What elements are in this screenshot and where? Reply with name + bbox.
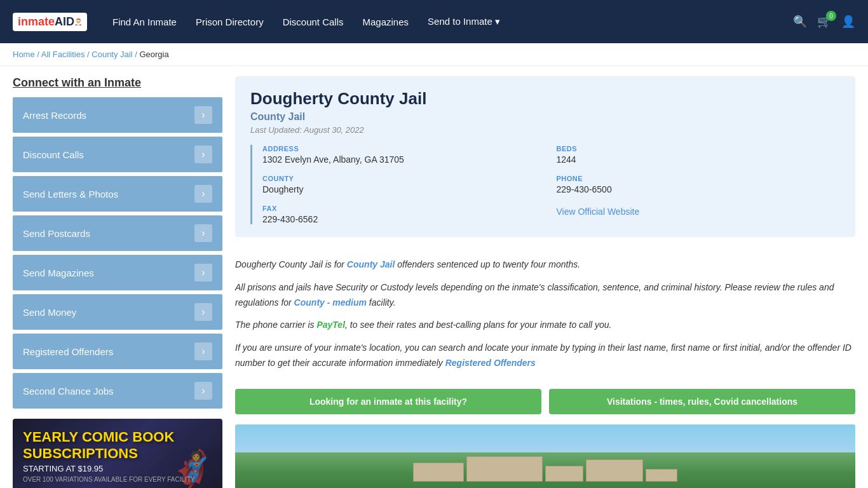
arrow-icon-arrest-records: ›: [194, 106, 212, 124]
sidebar-item-send-postcards[interactable]: Send Postcards ›: [13, 215, 222, 251]
sidebar-item-arrest-records[interactable]: Arrest Records ›: [13, 97, 222, 133]
sidebar-item-discount-calls[interactable]: Discount Calls ›: [13, 137, 222, 172]
beds-group: BEDS 1244: [557, 145, 841, 165]
nav-send-to-inmate[interactable]: Send to Inmate ▾: [428, 16, 500, 27]
facility-buildings: [413, 456, 677, 482]
search-icon[interactable]: 🔍: [793, 15, 807, 29]
sidebar-label-send-money: Send Money: [23, 307, 76, 318]
main-container: Connect with an Inmate Arrest Records › …: [0, 66, 868, 488]
arrow-icon-send-letters: ›: [194, 185, 212, 203]
breadcrumb: Home / All Facilities / County Jail / Ge…: [13, 50, 855, 59]
description-area: Dougherty County Jail is for County Jail…: [235, 247, 855, 389]
facility-card: Dougherty County Jail County Jail Last U…: [235, 76, 855, 237]
cart-icon[interactable]: 🛒 0: [817, 15, 831, 29]
logo-inmate: inmate: [18, 15, 55, 29]
county-label: COUNTY: [262, 175, 546, 182]
arrow-icon-registered-offenders: ›: [194, 342, 212, 360]
description-3: The phone carrier is PayTel, to see thei…: [235, 318, 855, 333]
sidebar-item-registered-offenders[interactable]: Registered Offenders ›: [13, 334, 222, 369]
sidebar-label-send-magazines: Send Magazines: [23, 268, 94, 278]
logo[interactable]: inmateAID🎅: [13, 13, 87, 31]
nav-links: Find An Inmate Prison Directory Discount…: [112, 16, 774, 27]
ad-title: YEARLY COMIC BOOKSUBSCRIPTIONS: [23, 429, 212, 463]
facility-type: County Jail: [250, 111, 840, 123]
details-grid: ADDRESS 1302 Evelyn Ave, Albany, GA 3170…: [262, 145, 840, 224]
building-4: [586, 459, 643, 482]
cart-badge: 0: [826, 11, 836, 21]
facility-details: ADDRESS 1302 Evelyn Ave, Albany, GA 3170…: [250, 145, 840, 224]
sidebar-label-discount-calls: Discount Calls: [23, 149, 84, 160]
content-area: Dougherty County Jail County Jail Last U…: [235, 76, 855, 488]
logo-decoration: 🎅: [74, 18, 82, 25]
navbar: inmateAID🎅 Find An Inmate Prison Directo…: [0, 0, 868, 43]
ad-banner[interactable]: YEARLY COMIC BOOKSUBSCRIPTIONS STARTING …: [13, 419, 222, 488]
sidebar-label-send-postcards: Send Postcards: [23, 228, 90, 239]
county-medium-link[interactable]: County - medium: [294, 297, 367, 308]
arrow-icon-send-magazines: ›: [194, 264, 212, 281]
breadcrumb-county-jail[interactable]: County Jail: [92, 50, 132, 59]
nav-magazines[interactable]: Magazines: [363, 17, 409, 27]
action-buttons: Looking for an inmate at this facility? …: [235, 389, 855, 414]
logo-aid: AID: [55, 15, 74, 29]
fax-group: FAX 229-430-6562: [262, 205, 546, 224]
breadcrumb-all-facilities[interactable]: All Facilities: [41, 50, 85, 59]
sky-bg: [235, 424, 855, 456]
breadcrumb-state: Georgia: [139, 50, 168, 59]
user-icon[interactable]: 👤: [841, 15, 855, 29]
building-2: [466, 456, 543, 482]
registered-offenders-link[interactable]: Registered Offenders: [445, 358, 536, 368]
facility-image: [235, 424, 855, 488]
description-4: If you are unsure of your inmate's locat…: [235, 341, 855, 371]
website-link[interactable]: View Official Website: [557, 207, 640, 217]
fax-value: 229-430-6562: [262, 214, 546, 224]
visitations-button[interactable]: Visitations - times, rules, Covid cancel…: [549, 389, 855, 414]
address-label: ADDRESS: [262, 145, 546, 152]
beds-label: BEDS: [557, 145, 841, 152]
phone-value: 229-430-6500: [557, 184, 841, 194]
breadcrumb-bar: Home / All Facilities / County Jail / Ge…: [0, 43, 868, 66]
county-value: Dougherty: [262, 184, 546, 194]
description-2: All prisons and jails have Security or C…: [235, 280, 855, 311]
sidebar-item-second-chance-jobs[interactable]: Second Chance Jobs ›: [13, 373, 222, 409]
nav-icons: 🔍 🛒 0 👤: [793, 15, 855, 29]
phone-group: PHONE 229-430-6500: [557, 175, 841, 194]
arrow-icon-second-chance-jobs: ›: [194, 382, 212, 400]
sidebar-label-registered-offenders: Registered Offenders: [23, 346, 113, 357]
phone-label: PHONE: [557, 175, 841, 182]
sidebar-label-second-chance-jobs: Second Chance Jobs: [23, 386, 114, 396]
ad-bottom: OVER 100 VARIATIONS AVAILABLE FOR EVERY …: [23, 476, 212, 483]
breadcrumb-home[interactable]: Home: [13, 50, 35, 59]
building-3: [545, 466, 583, 482]
paytel-link[interactable]: PayTel: [316, 320, 345, 330]
ad-price: STARTING AT $19.95: [23, 464, 212, 473]
county-jail-link[interactable]: County Jail: [347, 259, 395, 269]
fax-label: FAX: [262, 205, 546, 212]
nav-find-inmate[interactable]: Find An Inmate: [112, 17, 177, 27]
facility-name: Dougherty County Jail: [250, 89, 840, 109]
description-1: Dougherty County Jail is for County Jail…: [235, 257, 855, 273]
sidebar: Connect with an Inmate Arrest Records › …: [13, 76, 222, 488]
sidebar-item-send-letters-photos[interactable]: Send Letters & Photos ›: [13, 176, 222, 212]
address-value: 1302 Evelyn Ave, Albany, GA 31705: [262, 154, 546, 165]
arrow-icon-send-postcards: ›: [194, 224, 212, 242]
sidebar-item-send-magazines[interactable]: Send Magazines ›: [13, 255, 222, 290]
building-1: [413, 463, 464, 482]
arrow-icon-send-money: ›: [194, 303, 212, 321]
address-group: ADDRESS 1302 Evelyn Ave, Albany, GA 3170…: [262, 145, 546, 165]
arrow-icon-discount-calls: ›: [194, 146, 212, 163]
website-group: View Official Website: [557, 205, 841, 224]
connect-title: Connect with an Inmate: [13, 76, 222, 90]
nav-discount-calls[interactable]: Discount Calls: [283, 17, 344, 27]
sidebar-item-send-money[interactable]: Send Money ›: [13, 294, 222, 330]
facility-updated: Last Updated: August 30, 2022: [250, 125, 840, 135]
find-inmate-button[interactable]: Looking for an inmate at this facility?: [235, 389, 541, 414]
beds-value: 1244: [557, 154, 841, 165]
sidebar-label-send-letters-photos: Send Letters & Photos: [23, 189, 118, 200]
county-group: COUNTY Dougherty: [262, 175, 546, 194]
building-5: [646, 469, 677, 482]
nav-prison-directory[interactable]: Prison Directory: [196, 17, 264, 27]
sidebar-label-arrest-records: Arrest Records: [23, 110, 86, 121]
